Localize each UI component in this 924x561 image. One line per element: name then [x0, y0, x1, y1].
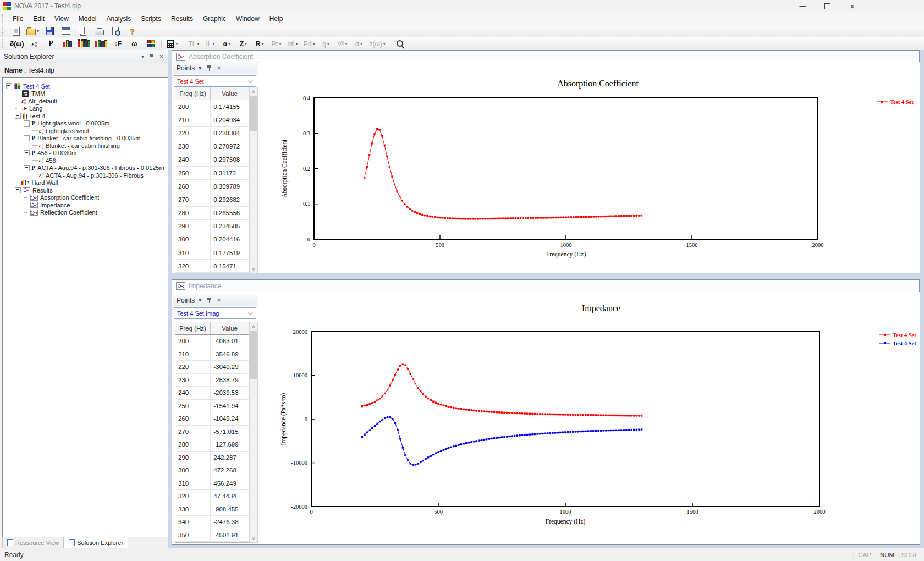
table-row[interactable]: 2500.31173 — [175, 167, 249, 180]
tree-item[interactable]: PACTA - Aug.94 - p.301-306 - Fibrous - 0… — [6, 164, 168, 172]
tree-expander-icon[interactable] — [15, 113, 21, 119]
menu-item-model[interactable]: Model — [74, 12, 102, 25]
table-row[interactable]: 260-1049.24 — [175, 413, 249, 426]
table-row[interactable]: 3000.204416 — [175, 233, 249, 246]
table-row[interactable]: 2100.204934 — [175, 113, 249, 127]
menu-item-results[interactable]: Results — [166, 12, 198, 25]
table-row[interactable]: 280-127.699 — [175, 438, 249, 452]
v2-button[interactable]: V²▾ — [334, 37, 350, 50]
open-button[interactable]: ▾ — [25, 25, 41, 37]
tree-item[interactable]: Absorption Coefficient — [6, 194, 168, 202]
tree-item[interactable]: εηυ456 — [6, 157, 168, 164]
model-cube-button[interactable] — [143, 37, 158, 50]
table-row[interactable]: 310456.249 — [175, 477, 249, 491]
column-header[interactable]: Value — [211, 87, 249, 100]
menu-item-help[interactable]: Help — [265, 12, 288, 25]
minimize-button[interactable]: — — [790, 0, 815, 12]
tree-item[interactable]: εηυAir_default — [6, 97, 168, 105]
force-f-button[interactable]: ↓F — [110, 37, 125, 50]
table-row[interactable]: 2300.270972 — [175, 140, 249, 153]
scrollbar-thumb[interactable] — [250, 96, 257, 131]
scroll-up-icon[interactable]: ∧ — [250, 87, 257, 95]
tree-item[interactable]: εηυACTA - Aug.94 - p.301-306 - Fibrous — [6, 172, 168, 179]
copy-button[interactable] — [75, 25, 90, 37]
pin-button[interactable] — [205, 296, 213, 304]
absorption-window-caption[interactable]: Absorption Coefficient — [172, 51, 919, 63]
table-row[interactable]: 3100.177519 — [175, 246, 249, 260]
tree-expander-icon[interactable] — [15, 187, 21, 193]
tree-expander-icon[interactable] — [6, 83, 12, 89]
table-row[interactable]: 2200.238304 — [175, 127, 249, 140]
alpha-button[interactable]: α▾ — [219, 37, 234, 50]
pd-button[interactable]: Pd▾ — [301, 37, 317, 50]
table-row[interactable]: 2600.309789 — [175, 180, 249, 193]
tab-solution-explorer[interactable]: Solution Explorer — [64, 537, 128, 548]
z-omega-button[interactable]: z(ω)▾ — [367, 37, 387, 50]
table-row[interactable]: 220-3040.29 — [175, 361, 249, 374]
il-button[interactable]: IL▾ — [202, 37, 218, 50]
tree-item[interactable]: Reflection Coefficient — [6, 209, 168, 217]
toolbar-grip-handle[interactable] — [2, 26, 6, 35]
table-row[interactable]: 300472.268 — [175, 464, 249, 477]
table-row[interactable]: 240-2039.53 — [175, 387, 249, 400]
sigma-button[interactable]: σ▾ — [351, 37, 366, 50]
tree-item[interactable]: Test 4 — [6, 112, 168, 120]
tree-item[interactable]: εηυBlanket - car cabin finishing — [6, 142, 168, 150]
pane-close-button[interactable]: × — [215, 296, 223, 304]
tree-item[interactable]: P456 - 0.0030m — [6, 150, 168, 157]
pane-close-button[interactable]: × — [215, 64, 223, 72]
table-row[interactable]: 2700.292682 — [175, 193, 249, 206]
table-row[interactable]: 250-1541.94 — [175, 400, 249, 413]
table-row[interactable]: 2400.297508 — [175, 153, 249, 167]
column-header[interactable]: Freq (Hz) — [175, 322, 211, 334]
tree-expander-icon[interactable] — [24, 165, 30, 171]
print-button[interactable] — [91, 25, 107, 37]
pane-close-button[interactable]: × — [157, 52, 166, 61]
table-row[interactable]: 2900.234585 — [175, 220, 249, 233]
export-button[interactable] — [58, 25, 74, 37]
impedance-window-caption[interactable]: Impedance — [172, 280, 919, 292]
table-row[interactable]: 200-4063.01 — [175, 335, 249, 348]
table-row[interactable]: 340-2476.38 — [175, 516, 249, 529]
scrollbar[interactable]: ∧∨ — [249, 87, 258, 273]
menu-item-scripts[interactable]: Scripts — [136, 12, 166, 25]
menu-item-edit[interactable]: Edit — [28, 12, 50, 25]
tree-expander-icon[interactable] — [24, 120, 30, 127]
scrollbar[interactable]: ∧∨ — [249, 322, 258, 543]
scroll-down-icon[interactable]: ∨ — [250, 265, 257, 273]
table-row[interactable]: 32047.4434 — [175, 490, 249, 503]
tree-expander-icon[interactable] — [24, 150, 30, 156]
zoom-button[interactable] — [393, 37, 409, 50]
tree-expander-icon[interactable] — [24, 135, 30, 141]
print-preview-button[interactable] — [108, 25, 123, 37]
table-row[interactable]: 290242.287 — [175, 452, 249, 465]
table-row[interactable]: 230-2538.79 — [175, 374, 249, 387]
menu-item-file[interactable]: File — [8, 12, 28, 25]
menu-grip-handle[interactable] — [2, 14, 6, 23]
pane-menu-button[interactable]: ▾ — [196, 296, 204, 304]
tree-item[interactable]: Results — [6, 186, 168, 194]
menu-item-view[interactable]: View — [50, 12, 74, 25]
column-header[interactable]: Freq (Hz) — [175, 87, 211, 100]
z-button[interactable]: Z▾ — [235, 37, 251, 50]
toolbar-grip-handle[interactable] — [2, 39, 6, 48]
table-row[interactable]: 2000.174155 — [175, 100, 249, 113]
maximize-button[interactable] — [815, 0, 840, 12]
scroll-down-icon[interactable]: ∨ — [250, 535, 257, 542]
delta-omega-button[interactable]: δ(ω) — [8, 37, 25, 50]
tree-item[interactable]: ↓FLang — [6, 105, 168, 113]
table-row[interactable]: 2800.265556 — [175, 207, 249, 220]
material-properties-button[interactable]: εηυ — [26, 37, 42, 50]
tree-item[interactable]: TMM — [6, 90, 168, 98]
tree-item[interactable]: εηυLight glass wool — [6, 127, 168, 135]
spectrum-bars-button[interactable] — [59, 37, 75, 50]
eta-button[interactable]: η▾ — [318, 37, 333, 50]
tree-item[interactable]: ?Hard Wall — [6, 179, 168, 187]
layer-p-button[interactable]: P — [43, 37, 58, 50]
menu-item-analysis[interactable]: Analysis — [102, 12, 136, 25]
horizontal-splitter[interactable] — [172, 273, 924, 279]
omega-button[interactable]: ω — [127, 37, 142, 50]
table-row[interactable]: 330-908.455 — [175, 503, 249, 516]
help-button[interactable]: ? — [124, 25, 140, 37]
table-row[interactable]: 210-3546.89 — [175, 348, 249, 361]
